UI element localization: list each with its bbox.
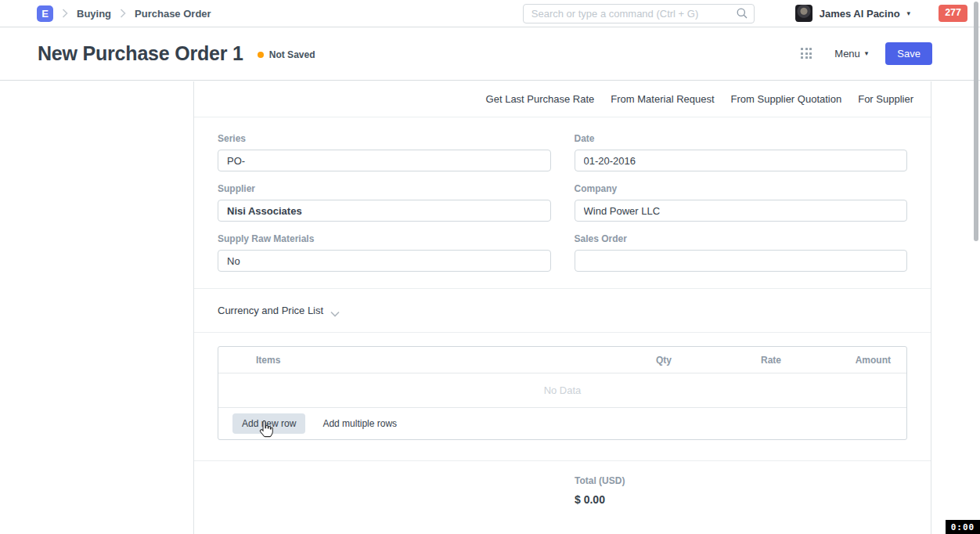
field-company: Company [575,183,908,222]
chevron-down-icon [330,306,340,320]
items-grid: Items Qty Rate Amount No Data Add new ro… [218,346,907,440]
field-supply-raw-materials: Supply Raw Materials [218,233,551,272]
menu-label: Menu [834,48,860,60]
field-date: Date [575,133,908,171]
series-label: Series [218,133,551,144]
app-logo[interactable]: E [37,5,53,22]
items-grid-footer: Add new row Add multiple rows [218,408,906,439]
chevron-right-icon [62,9,68,18]
items-grid-section: Items Qty Rate Amount No Data Add new ro… [194,333,931,461]
action-from-material-request[interactable]: From Material Request [611,93,714,105]
date-label: Date [575,133,908,144]
total-label: Total (USD) [575,475,907,486]
column-amount: Amount [781,355,891,366]
action-from-supplier-quotation[interactable]: From Supplier Quotation [731,93,842,105]
breadcrumb-buying[interactable]: Buying [77,8,111,20]
apps-grid-icon[interactable] [801,48,812,60]
purchase-order-page: E Buying Purchase Order James Al Pacino … [0,0,980,534]
sales-order-label: Sales Order [575,233,908,244]
column-items: Items [218,355,585,366]
page-head: New Purchase Order 1 Not Saved Menu ▾ Sa… [0,27,980,81]
notification-badge[interactable]: 277 [939,5,967,22]
sales-order-input[interactable] [575,250,908,272]
totals-section: Total (USD) $ 0.00 [194,461,931,506]
recording-timer: 0:00 [946,520,980,534]
user-avatar [795,5,812,22]
status-label: Not Saved [269,49,315,60]
company-input[interactable] [575,200,908,222]
action-get-last-purchase-rate[interactable]: Get Last Purchase Rate [486,93,595,105]
field-series: Series [218,133,551,171]
form-column: Get Last Purchase Rate From Material Req… [193,81,931,534]
chevron-right-icon [120,9,126,18]
supply-raw-materials-input[interactable] [218,250,551,272]
caret-down-icon: ▾ [907,10,911,17]
section-title: Currency and Price List [218,305,323,316]
no-data-row: No Data [218,373,906,408]
add-new-row-button[interactable]: Add new row [232,413,305,434]
field-supplier: Supplier [218,183,551,222]
search-icon [736,7,748,20]
status-indicator: Not Saved [258,49,315,60]
company-label: Company [575,183,908,194]
supply-raw-materials-label: Supply Raw Materials [218,233,551,244]
column-qty: Qty [585,355,672,366]
user-name: James Al Pacino [820,8,900,20]
breadcrumb-purchase-order[interactable]: Purchase Order [135,8,211,20]
search-input[interactable] [523,4,755,23]
supplier-label: Supplier [218,183,551,194]
save-button[interactable]: Save [885,42,932,65]
field-sales-order: Sales Order [575,233,908,272]
column-rate: Rate [672,355,781,366]
scrollbar-thumb[interactable] [974,2,978,241]
status-dot-icon [258,52,264,58]
action-for-supplier[interactable]: For Supplier [858,93,913,105]
items-grid-header: Items Qty Rate Amount [218,347,906,373]
fields-section: Series Date Supplier Company Supply Raw … [194,117,931,289]
navbar: E Buying Purchase Order James Al Pacino … [0,0,980,27]
page-title: New Purchase Order 1 [38,42,243,65]
menu-button[interactable]: Menu ▾ [831,43,871,64]
global-search [523,4,755,23]
user-menu[interactable]: James Al Pacino ▾ [795,5,910,22]
section-currency-and-price-list[interactable]: Currency and Price List [194,289,931,333]
series-input[interactable] [218,150,551,171]
form-actions-row: Get Last Purchase Rate From Material Req… [194,81,931,117]
total-value: $ 0.00 [575,493,907,506]
supplier-input[interactable] [218,200,551,222]
date-input[interactable] [575,150,908,171]
caret-down-icon: ▾ [865,50,869,57]
add-multiple-rows-button[interactable]: Add multiple rows [322,418,397,429]
